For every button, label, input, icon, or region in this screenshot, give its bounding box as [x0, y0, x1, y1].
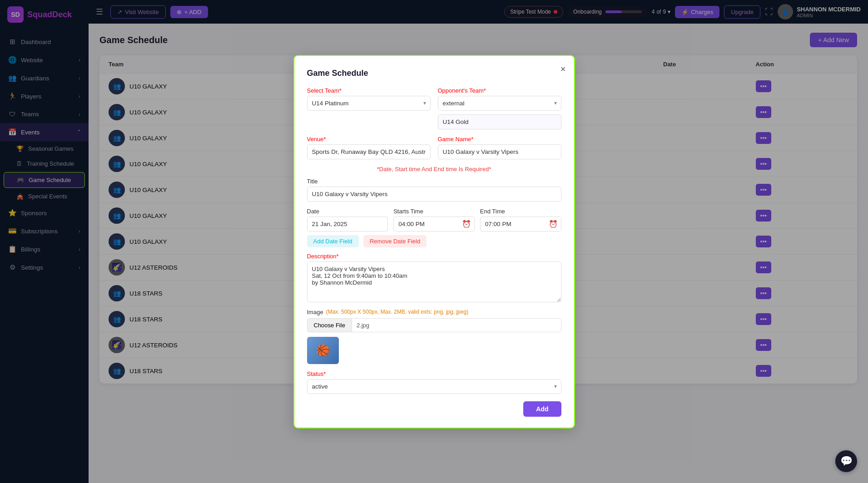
remove-date-field-button[interactable]: Remove Date Field — [363, 235, 427, 247]
opponents-team-dropdown[interactable]: external — [438, 96, 561, 111]
datetime-row: Date Starts Time ⏰ End Time ⏰ — [307, 208, 561, 232]
date-actions: Add Date Field Remove Date Field — [307, 235, 561, 247]
modal-footer: Add — [307, 401, 561, 417]
end-time-label: End Time — [480, 208, 561, 215]
date-label: Date — [307, 208, 388, 215]
warning-text: *Date, Start time And End time Is Requir… — [307, 166, 561, 172]
title-input[interactable] — [307, 187, 561, 202]
form-row-teams: Select Team* U14 Platinum ▾ Opponent's T… — [307, 87, 561, 129]
opponent-option: U14 Gold — [438, 114, 561, 129]
venue-input[interactable] — [307, 144, 431, 159]
image-preview: 🏀 — [307, 337, 339, 364]
file-name-display: 2.jpg — [352, 318, 561, 332]
starts-time-group: Starts Time ⏰ — [393, 208, 475, 232]
description-label: Description* — [307, 253, 561, 260]
opponents-team-wrap: external ▾ — [438, 96, 561, 111]
game-name-input[interactable] — [438, 144, 561, 159]
modal-close-button[interactable]: × — [560, 64, 566, 74]
select-team-wrap: U14 Platinum ▾ — [307, 96, 431, 111]
choose-file-button[interactable]: Choose File — [307, 318, 352, 332]
starts-time-label: Starts Time — [393, 208, 475, 215]
status-group: Status* active ▾ — [307, 370, 561, 394]
date-group: Date — [307, 208, 388, 232]
add-date-field-button[interactable]: Add Date Field — [307, 235, 359, 247]
modal-title: Game Schedule — [307, 69, 561, 78]
form-row-venue: Venue* Game Name* — [307, 136, 561, 159]
title-group: Title — [307, 178, 561, 202]
status-select-wrap: active ▾ — [307, 379, 561, 394]
select-team-group: Select Team* U14 Platinum ▾ — [307, 87, 431, 129]
image-hint: (Max. 500px X 500px, Max. 2MB, valid ext… — [326, 309, 469, 315]
clock-icon: ⏰ — [549, 220, 558, 228]
venue-group: Venue* — [307, 136, 431, 159]
date-input[interactable] — [307, 217, 388, 232]
clock-icon: ⏰ — [462, 220, 471, 228]
description-textarea[interactable]: U10 Galaxy v Varsity Vipers Sat, 12 Oct … — [307, 261, 561, 302]
modal-overlay: × Game Schedule Select Team* U14 Platinu… — [0, 0, 868, 483]
image-group: Image (Max. 500px X 500px, Max. 2MB, val… — [307, 309, 561, 364]
title-label: Title — [307, 178, 561, 185]
status-dropdown[interactable]: active — [307, 379, 561, 394]
game-schedule-modal: × Game Schedule Select Team* U14 Platinu… — [293, 55, 575, 429]
add-submit-button[interactable]: Add — [523, 401, 561, 417]
game-name-label: Game Name* — [438, 136, 561, 143]
image-label: Image — [307, 309, 323, 315]
opponents-team-group: Opponent's Team* external ▾ U14 Gold — [438, 87, 561, 129]
chat-bubble-button[interactable]: 💬 — [835, 450, 857, 472]
game-name-group: Game Name* — [438, 136, 561, 159]
opponents-team-label: Opponent's Team* — [438, 87, 561, 94]
select-team-dropdown[interactable]: U14 Platinum — [307, 96, 431, 111]
venue-label: Venue* — [307, 136, 431, 143]
status-label: Status* — [307, 370, 561, 377]
description-group: Description* U10 Galaxy v Varsity Vipers… — [307, 253, 561, 302]
file-input-wrap: Choose File 2.jpg — [307, 318, 561, 332]
select-team-label: Select Team* — [307, 87, 431, 94]
end-time-group: End Time ⏰ — [480, 208, 561, 232]
